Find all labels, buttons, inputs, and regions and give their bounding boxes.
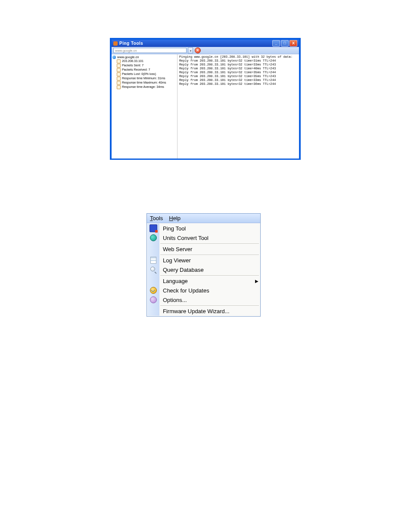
ping-output-line: Reply from 203.208.33.101 bytes=32 time=…: [179, 67, 297, 71]
stats-tree-item[interactable]: Packets Lost: 0(0% loss): [117, 72, 176, 76]
stats-tree-item[interactable]: 203.208.33.101: [117, 59, 176, 63]
separator-line: [160, 305, 259, 306]
log-icon: [150, 257, 156, 264]
menu-item-label: Check for Updates: [159, 287, 260, 294]
ping-body: www.google.cn 203.208.33.101Packets Sent…: [112, 54, 299, 159]
menu-item-label: Ping Tool: [159, 225, 260, 232]
stats-tree-pane: www.google.cn 203.208.33.101Packets Sent…: [112, 54, 177, 159]
menu-item-label: Query Database: [159, 267, 260, 273]
address-input[interactable]: www.google.cn: [113, 48, 187, 53]
menu-icon-gutter: [147, 233, 159, 243]
ping-output-line: Pinging www.google.cn [203.208.33.101] w…: [179, 55, 297, 59]
separator-line: [160, 275, 259, 276]
menubar-tools[interactable]: Tools: [147, 214, 166, 223]
query-icon: [150, 267, 156, 273]
tools-dropdown: Ping ToolUnits Convert ToolWeb ServerLog…: [147, 223, 260, 316]
tools-menu-snippet: Tools Help Ping ToolUnits Convert ToolWe…: [146, 213, 261, 317]
menubar: Tools Help: [147, 214, 260, 223]
tree-root[interactable]: www.google.cn: [112, 55, 176, 59]
stats-tree-item-label: Packets Received: 7: [122, 68, 150, 72]
units-icon: [150, 234, 157, 241]
menu-icon-gutter: [147, 265, 159, 274]
maximize-button[interactable]: □: [281, 40, 289, 47]
menu-item[interactable]: Query Database: [147, 265, 260, 274]
stat-icon: [117, 77, 121, 81]
stats-tree-item-label: 203.208.33.101: [122, 59, 143, 63]
ping-output-line: Reply from 203.208.33.101 bytes=32 time=…: [179, 71, 297, 75]
ping-output-line: Reply from 203.208.33.101 bytes=32 time=…: [179, 75, 297, 78]
menu-icon-gutter: [147, 224, 159, 233]
menu-icon-gutter: [147, 255, 159, 265]
ping-output-line: Reply from 203.208.33.101 bytes=32 time=…: [179, 82, 297, 86]
stat-icon: [117, 85, 121, 89]
menubar-help-underline: H: [169, 215, 173, 221]
stats-tree-item-label: Packets Sent: 7: [122, 63, 143, 68]
stat-icon: [117, 68, 121, 72]
menu-item-label: Log Viewer: [159, 257, 260, 264]
stat-icon: [117, 64, 121, 68]
menu-item[interactable]: Firmware Update Wizard...: [147, 306, 260, 316]
stats-tree-item-label: Response time Average: 34ms: [122, 85, 164, 89]
window-titlebar[interactable]: Ping Tools _ □ X: [112, 40, 299, 47]
options-icon: [150, 296, 157, 303]
menu-icon-gutter: [147, 295, 159, 305]
menu-item[interactable]: Language▶: [147, 276, 260, 286]
stats-tree-item[interactable]: Packets Sent: 7: [117, 63, 176, 68]
separator-line: [160, 243, 259, 244]
menu-item-label: Language: [159, 278, 254, 284]
submenu-arrow-icon: ▶: [254, 279, 260, 283]
stats-tree-item[interactable]: Response time Average: 34ms: [117, 85, 176, 89]
ping-toolbar: www.google.cn ▾ ✕: [112, 47, 299, 54]
stat-icon: [117, 81, 121, 85]
menu-item[interactable]: Units Convert Tool: [147, 233, 260, 243]
menu-icon-gutter: [147, 276, 159, 286]
menu-icon-gutter: [147, 244, 159, 254]
ping-output-line: Reply from 203.208.33.101 bytes=32 time=…: [179, 78, 297, 82]
stats-tree-item[interactable]: Response time Maximum: 40ms: [117, 81, 176, 85]
ping-icon: [149, 224, 157, 232]
menu-item[interactable]: Check for Updates: [147, 286, 260, 295]
menu-item-label: Options...: [159, 297, 260, 303]
ping-tools-window: Ping Tools _ □ X www.google.cn ▾ ✕ www.g…: [110, 38, 301, 160]
menu-item[interactable]: Web Server: [147, 244, 260, 254]
menu-icon-gutter: [147, 306, 159, 316]
stats-tree-item[interactable]: Response time Minimum: 31ms: [117, 76, 176, 81]
menu-item-label: Firmware Update Wizard...: [159, 308, 260, 314]
ping-output-line: Reply from 203.208.33.101 bytes=32 time=…: [179, 63, 297, 67]
close-button[interactable]: X: [290, 40, 297, 47]
stats-tree-item-label: Response time Minimum: 31ms: [122, 76, 165, 81]
menu-item[interactable]: Ping Tool: [147, 224, 260, 233]
globe-icon: [112, 56, 116, 59]
menu-item[interactable]: Log Viewer: [147, 255, 260, 265]
separator-line: [160, 255, 259, 255]
app-icon: [113, 41, 118, 46]
menu-icon-gutter: [147, 286, 159, 295]
tree-root-label: www.google.cn: [117, 55, 139, 59]
window-title: Ping Tools: [119, 40, 272, 47]
stats-tree-item-label: Response time Maximum: 40ms: [122, 81, 166, 85]
stats-tree-item-label: Packets Lost: 0(0% loss): [122, 72, 156, 76]
ping-output-pane: Pinging www.google.cn [203.208.33.101] w…: [177, 54, 299, 159]
stats-tree-item[interactable]: Packets Received: 7: [117, 68, 176, 72]
stat-icon: [117, 72, 121, 76]
ping-output-line: Reply from 203.208.33.101 bytes=32 time=…: [179, 59, 297, 63]
menu-item-label: Web Server: [159, 246, 260, 252]
stat-icon: [117, 59, 121, 63]
minimize-button[interactable]: _: [272, 40, 280, 47]
menu-item-label: Units Convert Tool: [159, 235, 260, 241]
address-dropdown-button[interactable]: ▾: [188, 47, 193, 53]
menubar-help[interactable]: Help: [166, 214, 184, 223]
stop-button[interactable]: ✕: [195, 47, 201, 53]
menu-item[interactable]: Options...: [147, 295, 260, 305]
update-icon: [150, 287, 157, 294]
